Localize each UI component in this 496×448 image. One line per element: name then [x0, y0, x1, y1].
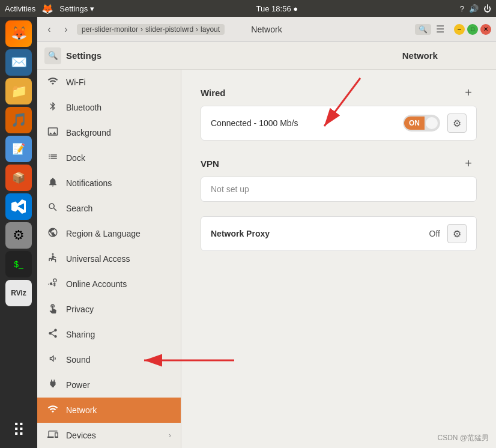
- sidebar-label-sound: Sound: [66, 355, 171, 365]
- sidebar-item-search[interactable]: Search: [37, 196, 181, 221]
- breadcrumb-3[interactable]: layout: [201, 25, 220, 34]
- wired-add-button[interactable]: +: [460, 84, 477, 101]
- sidebar-item-devices[interactable]: Devices ›: [37, 423, 181, 448]
- toggle-handle: [426, 117, 438, 129]
- vpn-card: Not set up: [201, 177, 477, 202]
- sidebar-label-devices: Devices: [66, 431, 162, 440]
- sidebar-label-sharing: Sharing: [66, 330, 171, 339]
- search-icon-sidebar: [47, 202, 59, 215]
- dock-item-software[interactable]: 📦: [5, 165, 32, 191]
- menu-button[interactable]: ☰: [436, 23, 444, 35]
- volume-icon[interactable]: 🔊: [469, 4, 479, 13]
- close-button[interactable]: ✕: [480, 24, 491, 35]
- clock: Tue 18:56 ●: [256, 4, 298, 13]
- dock-item-vscode[interactable]: [5, 193, 32, 220]
- power-icon-sidebar: [47, 378, 59, 392]
- sidebar-label-online-accounts: Online Accounts: [66, 279, 171, 289]
- sidebar-item-sharing[interactable]: Sharing: [37, 322, 181, 347]
- sidebar-label-power: Power: [66, 380, 171, 390]
- toggle-on-label: ON: [404, 117, 425, 130]
- back-button[interactable]: ‹: [42, 22, 56, 37]
- wired-connection-row: Connected - 1000 Mb/s ON ⚙: [201, 106, 476, 140]
- sidebar-item-privacy[interactable]: Privacy: [37, 297, 181, 322]
- search-icon: 🔍: [48, 51, 58, 60]
- proxy-card: Network Proxy Off ⚙: [201, 216, 477, 251]
- minimize-button[interactable]: –: [454, 24, 465, 35]
- vpn-section: VPN + Not set up: [201, 155, 477, 202]
- dock-item-rviz[interactable]: RViz: [5, 280, 32, 306]
- wired-header: Wired +: [201, 84, 477, 101]
- sidebar-item-wifi[interactable]: Wi-Fi: [37, 70, 181, 95]
- vpn-title: VPN: [201, 159, 219, 169]
- proxy-gear-button[interactable]: ⚙: [447, 224, 467, 243]
- wired-gear-button[interactable]: ⚙: [447, 114, 467, 133]
- dock-item-settings[interactable]: ⚙: [5, 222, 32, 249]
- sidebar-item-power[interactable]: Power: [37, 372, 181, 398]
- sidebar-label-network: Network: [66, 405, 171, 415]
- sidebar-item-background[interactable]: Background: [37, 120, 181, 145]
- toggle-wrap: ON: [403, 115, 440, 132]
- forward-button[interactable]: ›: [59, 22, 73, 37]
- sidebar-label-notifications: Notifications: [66, 178, 171, 188]
- settings-search-button[interactable]: 🔍: [44, 47, 61, 64]
- question-icon[interactable]: ?: [460, 4, 464, 13]
- dock-item-apps[interactable]: ⠿: [5, 417, 32, 443]
- sidebar-label-background: Background: [66, 128, 171, 138]
- universal-access-icon: [47, 252, 59, 265]
- settings-sidebar: Wi-Fi Bluetooth Background: [37, 70, 181, 448]
- proxy-row: Network Proxy Off ⚙: [201, 217, 476, 250]
- sidebar-item-network[interactable]: Network: [37, 398, 181, 423]
- svg-point-0: [52, 253, 54, 255]
- sidebar-item-sound[interactable]: Sound: [37, 347, 181, 372]
- window-titlebar: ‹ › per-slider-monitor › slider-pistolwr…: [37, 17, 496, 42]
- sidebar-label-search: Search: [66, 204, 171, 213]
- dock-item-firefox[interactable]: 🦊: [5, 20, 32, 47]
- settings-menu-label[interactable]: Settings ▾: [59, 4, 94, 13]
- wifi-icon: [47, 76, 59, 89]
- watermark: CSDN @范猛男: [437, 433, 489, 443]
- titlebar-search[interactable]: 🔍: [415, 24, 431, 35]
- power-icon[interactable]: ⏻: [483, 4, 491, 13]
- vpn-not-setup-row: Not set up: [201, 177, 476, 201]
- dock-item-text[interactable]: 📝: [5, 136, 32, 162]
- sidebar-item-region[interactable]: Region & Language: [37, 221, 181, 246]
- sidebar-item-universal-access[interactable]: Universal Access: [37, 246, 181, 271]
- dock: 🦊 ✉️ 📁 🎵 📝 📦 ⚙ $_ RViz ⠿: [0, 17, 37, 448]
- settings-header: 🔍 Settings Network: [37, 42, 496, 70]
- sidebar-label-bluetooth: Bluetooth: [66, 103, 171, 112]
- vpn-add-button[interactable]: +: [460, 155, 477, 172]
- wired-toggle[interactable]: ON: [403, 115, 440, 132]
- wired-section: Wired + Connected - 1000 Mb/s ON ⚙: [201, 84, 477, 141]
- window-controls: – □ ✕: [454, 24, 491, 35]
- dock-item-audio[interactable]: 🎵: [5, 107, 32, 133]
- sidebar-label-dock: Dock: [66, 153, 171, 163]
- maximize-button[interactable]: □: [467, 24, 478, 35]
- network-section-title: Network: [351, 50, 489, 61]
- sidebar-item-notifications[interactable]: Notifications: [37, 171, 181, 196]
- sidebar-item-dock[interactable]: Dock: [37, 145, 181, 171]
- network-right-panel: Wired + Connected - 1000 Mb/s ON ⚙: [181, 70, 496, 448]
- settings-window: ‹ › per-slider-monitor › slider-pistolwr…: [37, 17, 496, 448]
- breadcrumb-1[interactable]: per-slider-monitor: [82, 25, 138, 34]
- breadcrumb-2[interactable]: slider-pistolwrd: [145, 25, 193, 34]
- background-icon: [47, 126, 59, 139]
- settings-title: Settings: [66, 50, 204, 61]
- notifications-icon: [47, 177, 59, 190]
- proxy-label: Network Proxy: [211, 229, 422, 238]
- main-content: Wi-Fi Bluetooth Background: [37, 70, 496, 448]
- bluetooth-icon: [47, 101, 59, 114]
- dock-item-files[interactable]: 📁: [5, 78, 32, 104]
- topbar: Activities 🦊 Settings ▾ Tue 18:56 ● ? 🔊 …: [0, 0, 496, 17]
- dock-item-mail[interactable]: ✉️: [5, 49, 32, 76]
- topbar-center: Tue 18:56 ●: [256, 4, 298, 13]
- proxy-section: Network Proxy Off ⚙: [201, 216, 477, 251]
- sidebar-label-privacy: Privacy: [66, 304, 171, 314]
- dock-item-terminal[interactable]: $_: [5, 251, 32, 277]
- sidebar-item-bluetooth[interactable]: Bluetooth: [37, 95, 181, 120]
- activities-label[interactable]: Activities: [5, 4, 35, 13]
- vpn-header: VPN +: [201, 155, 477, 172]
- region-icon: [47, 227, 59, 240]
- firefox-icon: 🦊: [41, 3, 53, 14]
- wired-connection-label: Connected - 1000 Mb/s: [211, 118, 396, 128]
- sidebar-item-online-accounts[interactable]: Online Accounts: [37, 271, 181, 297]
